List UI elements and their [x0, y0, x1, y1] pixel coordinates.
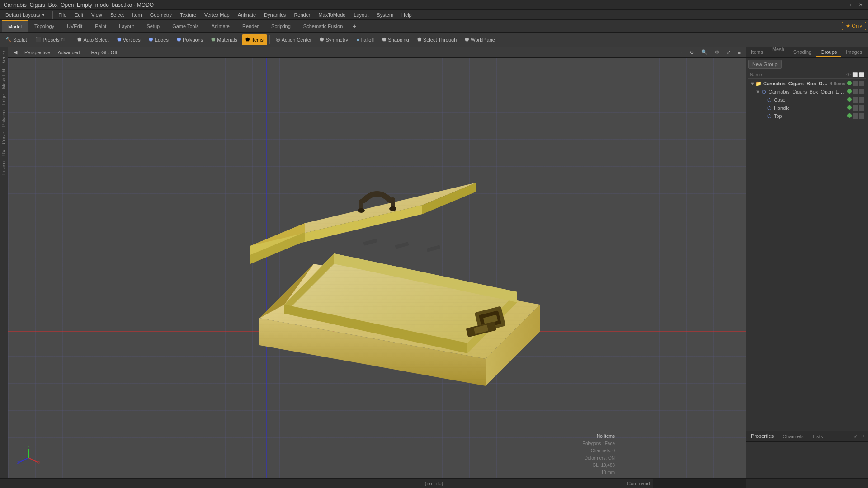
edges-button[interactable]: ⬟ Edges: [145, 34, 172, 45]
tab-properties[interactable]: Properties: [746, 431, 778, 441]
vp-menu-button[interactable]: ≡: [735, 49, 743, 56]
prop-expand-icon[interactable]: ⤢: [852, 432, 860, 441]
workplane-icon: ⬟: [465, 37, 469, 42]
menu-select[interactable]: Select: [107, 11, 128, 19]
tab-images[interactable]: Images: [841, 47, 867, 57]
item-box1-4[interactable]: [853, 113, 858, 119]
tab-mesh[interactable]: Mesh ...: [768, 47, 789, 57]
sidebar-tab-vertex[interactable]: Vertex: [0, 48, 8, 66]
items-button[interactable]: ⬟ Items: [242, 34, 267, 45]
minimize-button[interactable]: ─: [839, 1, 846, 9]
snapping-button[interactable]: ⬟ Snapping: [378, 34, 413, 45]
sidebar-tab-fusion[interactable]: Fusion: [0, 159, 8, 178]
vp-prev-button[interactable]: ◀: [11, 48, 20, 56]
menu-edit[interactable]: Edit: [71, 11, 87, 19]
sidebar-tab-uv[interactable]: UV: [0, 147, 8, 159]
tab-items[interactable]: Items: [746, 47, 768, 57]
sculpt-button[interactable]: 🔨 Sculpt: [2, 34, 31, 45]
menu-item[interactable]: Item: [128, 11, 145, 19]
symmetry-button[interactable]: ⬟ Symmetry: [316, 34, 352, 45]
tab-paint[interactable]: Paint: [89, 20, 113, 32]
tab-game-tools[interactable]: Game Tools: [166, 20, 205, 32]
item-box1-2[interactable]: [853, 97, 858, 103]
menu-geometry[interactable]: Geometry: [146, 11, 175, 19]
command-input[interactable]: [653, 479, 746, 488]
tab-layout[interactable]: Layout: [113, 20, 140, 32]
main-layout: Vertex Mesh Edit Edge Polygon Curve UV F…: [0, 47, 868, 478]
tree-item-main-mesh[interactable]: ▼ ⬡ Cannabis_Cigars_Box_Open_Empty: [748, 88, 866, 96]
tree-item-top[interactable]: ⬡ Top: [748, 112, 866, 120]
tab-channels[interactable]: Channels: [778, 431, 808, 441]
falloff-button[interactable]: ● Falloff: [353, 34, 377, 45]
item-box2-4[interactable]: [859, 113, 864, 119]
sidebar-tab-mesh-edit[interactable]: Mesh Edit: [0, 66, 8, 91]
vp-zoom-in-button[interactable]: 🔍: [698, 48, 710, 56]
vertices-button[interactable]: ⬟ Vertices: [113, 34, 144, 45]
item-box1-icon[interactable]: [853, 81, 858, 86]
tab-topology[interactable]: Topology: [28, 20, 61, 32]
tab-render[interactable]: Render: [236, 20, 265, 32]
sidebar-tab-curve[interactable]: Curve: [0, 129, 8, 147]
axes-indicator: X Y Z: [17, 446, 40, 469]
tree-item-case[interactable]: ⬡ Case: [748, 96, 866, 104]
materials-button[interactable]: ⬟ Materials: [208, 34, 241, 45]
only-button[interactable]: ★ Only: [842, 22, 866, 30]
tab-model[interactable]: Model: [2, 20, 28, 32]
sidebar-tab-polygon[interactable]: Polygon: [0, 108, 8, 129]
vp-perspective[interactable]: Perspective: [22, 49, 53, 56]
item-box1-1[interactable]: [853, 89, 858, 94]
vp-raygl[interactable]: Ray GL: Off: [88, 49, 120, 56]
tab-schematic-fusion[interactable]: Schematic Fusion: [297, 20, 349, 32]
new-group-button[interactable]: New Group: [748, 60, 782, 69]
item-box1-3[interactable]: [853, 105, 858, 111]
tab-lists[interactable]: Lists: [808, 431, 828, 441]
menu-vertex-map[interactable]: Vertex Map: [201, 11, 233, 19]
item-box2-3[interactable]: [859, 105, 864, 111]
menu-dynamics[interactable]: Dynamics: [260, 11, 289, 19]
maximize-button[interactable]: □: [848, 1, 855, 9]
menu-maxtomode[interactable]: MaxToModo: [315, 11, 349, 19]
tree-item-handle[interactable]: ⬡ Handle: [748, 104, 866, 112]
item-vis-3[interactable]: [847, 105, 852, 110]
item-vis-4[interactable]: [847, 113, 852, 118]
menu-view[interactable]: View: [88, 11, 106, 19]
auto-select-button[interactable]: ⬟ Auto Select: [74, 34, 112, 45]
item-box2-icon[interactable]: [859, 81, 864, 86]
menu-help[interactable]: Help: [398, 11, 415, 19]
presets-button[interactable]: ⬛ Presets Fil: [32, 34, 69, 45]
tab-uvedit[interactable]: UVEdit: [61, 20, 89, 32]
menu-texture[interactable]: Texture: [176, 11, 200, 19]
polygons-button[interactable]: ⬟ Polygons: [173, 34, 207, 45]
vp-settings-button[interactable]: ⚙: [712, 48, 722, 56]
tab-groups[interactable]: Groups: [816, 47, 841, 57]
tab-scripting[interactable]: Scripting: [265, 20, 297, 32]
menu-system[interactable]: System: [373, 11, 397, 19]
tab-setup[interactable]: Setup: [140, 20, 166, 32]
vp-expand-button[interactable]: ⤢: [724, 48, 733, 56]
menu-animate[interactable]: Animate: [234, 11, 259, 19]
tab-animate[interactable]: Animate: [205, 20, 236, 32]
vp-advanced[interactable]: Advanced: [55, 49, 82, 56]
layout-selector[interactable]: Default Layouts ▼: [2, 9, 49, 20]
tab-shading[interactable]: Shading: [789, 47, 816, 57]
viewport-3d[interactable]: X Y Z No Items Polygons : Face Channels:…: [8, 58, 746, 478]
sidebar-tab-edge[interactable]: Edge: [0, 92, 8, 108]
close-button[interactable]: ✕: [857, 1, 864, 9]
tree-item-root[interactable]: ▼ 📁 Cannabis_Cigars_Box_Open_Em... 4 Ite…: [748, 80, 866, 88]
vp-home-button[interactable]: ⌂: [677, 49, 685, 56]
items-icon: ⬟: [245, 37, 250, 42]
add-tab-button[interactable]: +: [349, 21, 360, 32]
item-eye-icon[interactable]: [847, 81, 852, 85]
prop-add-icon[interactable]: +: [860, 432, 868, 441]
workplane-button[interactable]: ⬟ WorkPlane: [461, 34, 499, 45]
item-vis-2[interactable]: [847, 97, 852, 102]
vp-zoom-fit-button[interactable]: ⊕: [687, 48, 697, 56]
menu-layout[interactable]: Layout: [350, 11, 372, 19]
select-through-button[interactable]: ⬟ Select Through: [414, 34, 460, 45]
item-vis-1[interactable]: [847, 89, 852, 94]
action-center-button[interactable]: ◎ Action Center: [272, 34, 316, 45]
menu-file[interactable]: File: [55, 11, 70, 19]
item-box2-1[interactable]: [859, 89, 864, 94]
menu-render[interactable]: Render: [290, 11, 314, 19]
item-box2-2[interactable]: [859, 97, 864, 103]
